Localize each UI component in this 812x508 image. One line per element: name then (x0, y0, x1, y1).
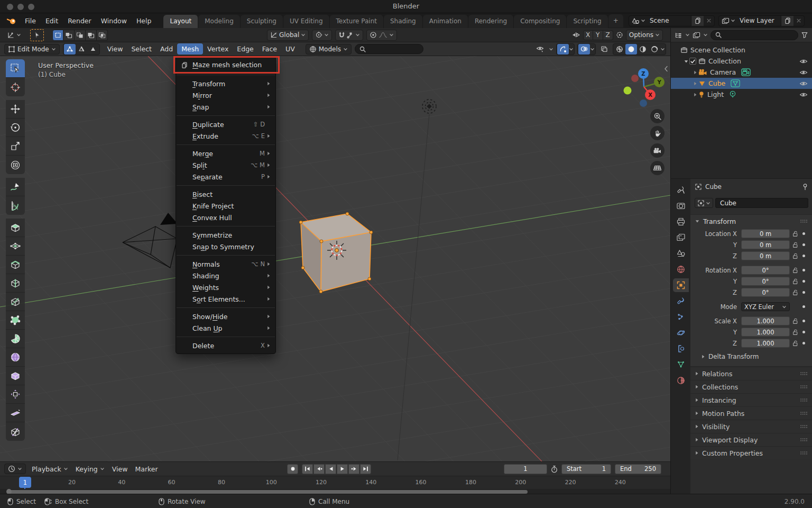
properties-tab-particles[interactable] (673, 310, 689, 324)
filter-icon[interactable] (801, 31, 808, 39)
play-reverse-button[interactable] (325, 464, 336, 474)
rotation-y-field[interactable]: 0° (741, 277, 790, 286)
face-select-button[interactable] (87, 44, 99, 55)
jump-to-start-button[interactable] (302, 464, 313, 474)
navigation-gizmo[interactable]: Z Y X (620, 61, 668, 108)
delta-transform-subpanel[interactable]: Delta Transform (690, 351, 812, 362)
snap-group[interactable] (335, 30, 363, 41)
tool-scale[interactable] (6, 137, 25, 156)
viewport-menu-vertex[interactable]: Vertex (203, 43, 233, 55)
menu-item-snap-to-symmetry[interactable]: Snap to Symmetry (176, 241, 275, 252)
menu-item-symmetrize[interactable]: Symmetrize (176, 229, 275, 241)
lock-icon[interactable] (790, 267, 800, 274)
animate-dot[interactable] (800, 331, 807, 333)
menu-item-separate[interactable]: SeparateP (176, 171, 275, 183)
drag-grip-icon[interactable] (800, 451, 808, 455)
rotation-x-field[interactable]: 0° (741, 266, 790, 275)
tool-rotate[interactable] (6, 119, 25, 137)
tool-spin[interactable] (6, 330, 25, 348)
play-button[interactable] (337, 464, 348, 474)
scrollbar-handle[interactable] (7, 490, 528, 494)
tool-bevel[interactable] (6, 256, 25, 274)
animate-dot[interactable] (800, 232, 807, 235)
mode-dropdown[interactable]: Edit Mode (4, 44, 60, 55)
tool-shrink-fatten[interactable] (6, 385, 25, 404)
editor-type-selector[interactable] (4, 30, 24, 41)
outliner-scope-icon[interactable] (693, 32, 700, 39)
pivot-point-dropdown[interactable] (312, 30, 332, 41)
properties-tab-output[interactable] (673, 215, 689, 229)
lock-icon[interactable] (790, 278, 800, 285)
drag-grip-icon[interactable] (800, 424, 808, 429)
workspace-tab-modeling[interactable]: Modeling (198, 15, 241, 28)
scene-selector[interactable]: Scene (629, 15, 715, 26)
camera-object[interactable] (123, 213, 178, 268)
animate-dot[interactable] (800, 305, 807, 308)
tool-shear[interactable] (6, 404, 25, 422)
lock-icon[interactable] (790, 252, 800, 259)
gizmos-toggle[interactable] (557, 44, 569, 55)
rotation-z-field[interactable]: 0° (741, 288, 790, 297)
workspace-tab-shading[interactable]: Shading (384, 15, 423, 28)
workspace-tab-compositing[interactable]: Compositing (514, 15, 567, 28)
animate-dot[interactable] (800, 280, 807, 283)
menu-item-maze-mesh-selection[interactable]: Maze mesh selection (176, 58, 275, 72)
menu-item-transform[interactable]: Transform (176, 78, 275, 89)
viewport-menu-edge[interactable]: Edge (233, 43, 257, 55)
scale-x-field[interactable]: 1.000 (741, 316, 790, 325)
menu-item-extrude[interactable]: Extrude⌥ E (176, 130, 275, 142)
drag-grip-icon[interactable] (800, 371, 808, 376)
zoom-button[interactable] (650, 109, 665, 123)
remove-view-layer-button[interactable] (793, 18, 804, 23)
menu-item-sort-elements-[interactable]: Sort Elements... (176, 293, 275, 305)
tool-annotate[interactable] (6, 178, 25, 196)
properties-tab-scene[interactable] (673, 247, 689, 260)
lock-icon[interactable] (790, 230, 800, 237)
menubar-item-edit[interactable]: Edit (41, 15, 63, 26)
panel-viewport-display[interactable]: Viewport Display (690, 433, 812, 446)
blender-logo-icon[interactable] (6, 17, 17, 25)
tool-select-box[interactable] (6, 59, 25, 78)
end-frame-field[interactable]: End 250 (615, 464, 661, 474)
timeline-menu-marker[interactable]: Marker (131, 464, 161, 475)
light-object[interactable] (422, 99, 436, 113)
drag-grip-icon[interactable] (800, 438, 808, 442)
menu-item-weights[interactable]: Weights (176, 282, 275, 293)
animate-dot[interactable] (800, 291, 807, 294)
menu-item-delete[interactable]: DeleteX (176, 340, 275, 351)
viewport-menu-select[interactable]: Select (127, 43, 156, 55)
mirror-axis-x-button[interactable]: X (583, 30, 593, 40)
lock-icon[interactable] (790, 340, 800, 347)
tool-extrude-region[interactable] (6, 219, 25, 237)
tool-measure[interactable] (6, 196, 25, 215)
properties-tab-tool[interactable] (673, 183, 689, 197)
menu-item-snap[interactable]: Snap (176, 101, 275, 113)
panel-custom-properties[interactable]: Custom Properties (690, 446, 812, 459)
transform-panel-header[interactable]: Transform (690, 215, 812, 228)
solid-shading-button[interactable] (625, 44, 637, 55)
tool-poly-build[interactable] (6, 311, 25, 330)
next-keyframe-button[interactable] (348, 464, 359, 474)
properties-tab-object-data[interactable] (673, 358, 689, 371)
cube-object[interactable] (299, 212, 373, 293)
outliner-row-scene-collection[interactable]: Scene Collection (671, 44, 812, 56)
overlays-toggle[interactable] (578, 44, 590, 55)
viewport-menu-view[interactable]: View (103, 43, 127, 55)
tool-edge-slide[interactable] (6, 367, 25, 385)
drag-grip-icon[interactable] (800, 219, 808, 223)
edge-select-button[interactable] (76, 44, 87, 55)
viewport-menu-add[interactable]: Add (156, 43, 177, 55)
menubar-item-render[interactable]: Render (63, 15, 96, 26)
animate-dot[interactable] (800, 269, 807, 271)
tool-smooth[interactable] (6, 348, 25, 367)
menu-item-shading[interactable]: Shading (176, 270, 275, 282)
rendered-shading-button[interactable] (649, 44, 660, 55)
proportional-editing-group[interactable] (366, 30, 397, 41)
timeline-menu-keying[interactable]: Keying (72, 464, 108, 475)
camera-data-icon[interactable] (741, 68, 751, 76)
menu-item-knife-project[interactable]: Knife Project (176, 200, 275, 212)
drag-grip-icon[interactable] (800, 398, 808, 402)
mirror-axis-y-button[interactable]: Y (593, 30, 603, 40)
vertex-select-button[interactable] (64, 44, 76, 55)
workspace-tab-uv-editing[interactable]: UV Editing (283, 15, 330, 28)
